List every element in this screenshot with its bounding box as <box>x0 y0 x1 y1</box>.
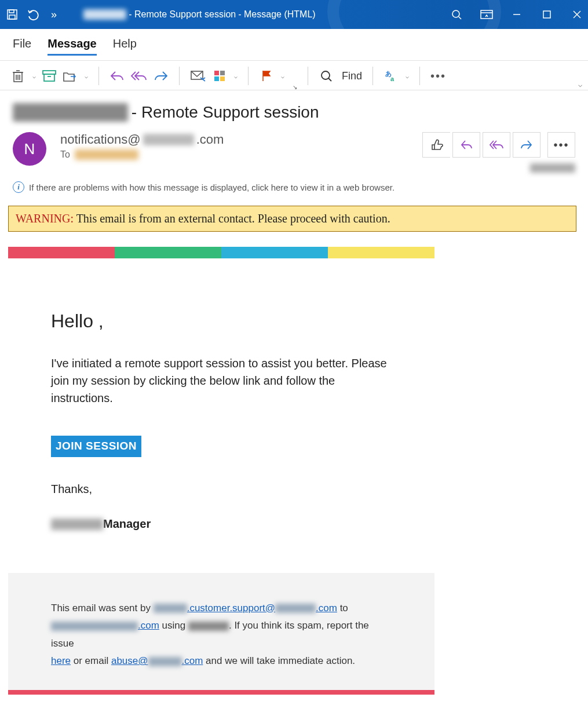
footer-stripe <box>8 690 434 695</box>
sender-address: notifications@domain.com <box>60 132 422 147</box>
external-warning-banner: WARNING: This email is from an external … <box>8 206 576 232</box>
svg-point-3 <box>452 10 459 17</box>
save-icon[interactable] <box>6 8 19 21</box>
svg-rect-8 <box>543 11 550 18</box>
footer-sender-link[interactable]: .customer.support@.com <box>154 603 337 614</box>
email-footer: This email was sent by .customer.support… <box>8 573 434 690</box>
svg-line-4 <box>459 17 461 19</box>
ribbon-toolbar: ⌵ ⌵ ⌵ ⌵ ↘ <box>0 61 588 90</box>
search-icon[interactable] <box>449 7 464 22</box>
svg-text:a: a <box>390 75 395 82</box>
svg-rect-18 <box>44 74 54 81</box>
svg-point-25 <box>322 71 330 79</box>
svg-rect-23 <box>214 76 219 81</box>
move-icon[interactable] <box>63 68 78 83</box>
received-time <box>422 163 575 174</box>
more-commands-icon[interactable]: ••• <box>430 68 446 83</box>
signature-line: Manager <box>51 515 392 532</box>
more-actions-button[interactable]: ••• <box>547 132 575 158</box>
share-teams-icon[interactable] <box>190 68 206 83</box>
report-here-link[interactable]: here <box>51 655 71 666</box>
ribbon-tabs: File Message Help <box>0 29 588 61</box>
delete-icon[interactable] <box>10 68 25 83</box>
svg-line-26 <box>328 78 331 81</box>
flag-icon[interactable] <box>259 68 274 83</box>
ribbon-mode-icon[interactable] <box>479 7 494 22</box>
window-minimize-icon[interactable] <box>509 7 524 22</box>
translate-icon[interactable]: あa <box>384 68 399 83</box>
abuse-email-link[interactable]: abuse@.com <box>111 655 203 666</box>
move-dropdown[interactable]: ⌵ <box>85 73 88 79</box>
tags-dialog-launcher[interactable]: ↘ <box>293 84 297 90</box>
tab-help[interactable]: Help <box>113 37 137 56</box>
recipient-line: To recipient <box>60 149 422 160</box>
svg-rect-2 <box>9 15 15 19</box>
svg-rect-1 <box>9 10 14 13</box>
svg-rect-17 <box>43 71 56 74</box>
window-titlebar: » redacted - Remote Support session - Me… <box>0 0 588 29</box>
translate-dropdown[interactable]: ⌵ <box>406 73 409 79</box>
svg-rect-22 <box>220 71 225 75</box>
ribbon-collapse-icon[interactable]: ⌵ <box>578 81 582 89</box>
apps-icon[interactable] <box>212 68 227 83</box>
svg-rect-24 <box>220 76 225 81</box>
message-subject: redacted name - Remote Support session <box>13 103 575 122</box>
sender-avatar: N <box>13 132 46 166</box>
body-paragraph: I've initiated a remote support session … <box>51 355 392 407</box>
qat-overflow-icon[interactable]: » <box>48 8 60 21</box>
forward-icon[interactable] <box>154 68 169 83</box>
email-body: Hello , I've initiated a remote support … <box>8 266 434 573</box>
color-stripe <box>8 247 434 258</box>
undo-icon[interactable] <box>27 8 39 21</box>
svg-rect-21 <box>214 71 219 75</box>
window-maximize-icon[interactable] <box>539 7 554 22</box>
reply-icon[interactable] <box>109 68 125 83</box>
tab-message[interactable]: Message <box>48 37 97 56</box>
apps-dropdown[interactable]: ⌵ <box>234 73 238 79</box>
view-in-browser-bar[interactable]: i If there are problems with how this me… <box>13 181 575 193</box>
forward-button[interactable] <box>513 132 540 158</box>
reply-all-button[interactable] <box>483 132 510 158</box>
tab-file[interactable]: File <box>13 37 31 56</box>
like-button[interactable] <box>422 132 450 158</box>
reply-all-icon[interactable] <box>130 68 148 83</box>
flag-dropdown[interactable]: ⌵ <box>281 73 284 79</box>
find-label[interactable]: Find <box>342 70 362 82</box>
window-title: redacted - Remote Support session - Mess… <box>83 9 316 20</box>
join-session-link[interactable]: JOIN SESSION <box>51 436 141 457</box>
window-close-icon[interactable] <box>569 7 585 22</box>
footer-recipient-link[interactable]: .com <box>51 620 159 631</box>
greeting: Hello , <box>51 307 392 335</box>
find-icon[interactable] <box>319 68 334 83</box>
info-icon: i <box>13 181 24 193</box>
delete-dropdown[interactable]: ⌵ <box>32 73 36 79</box>
thanks-line: Thanks, <box>51 480 392 498</box>
archive-icon[interactable] <box>42 68 57 83</box>
reply-button[interactable] <box>452 132 480 158</box>
